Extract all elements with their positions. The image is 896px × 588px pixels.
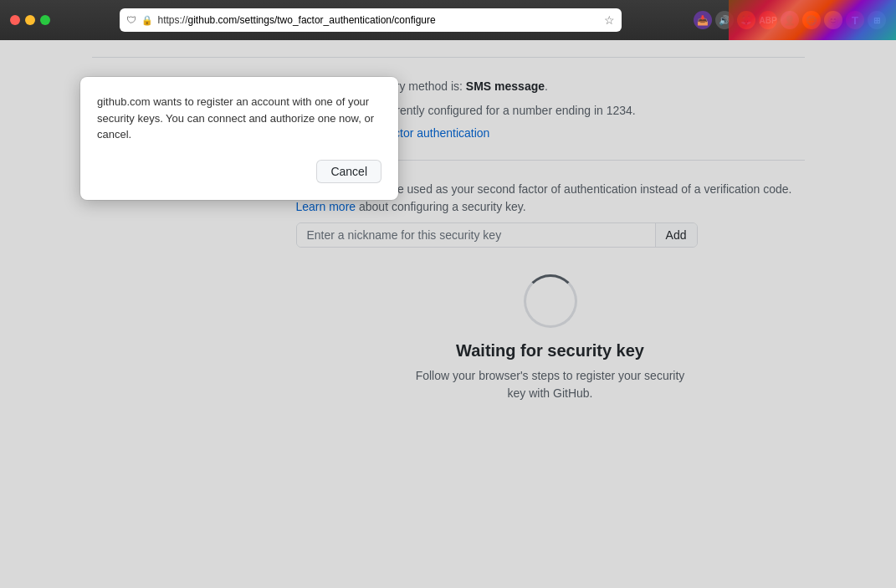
popup-actions: Cancel [97,160,381,183]
url-display: https://github.com/settings/two_factor_a… [158,14,599,26]
browser-permission-popup: github.com wants to register an account … [80,77,398,200]
url-path: /settings/two_factor_authentication/conf… [237,14,435,26]
maximize-window-button[interactable] [40,15,50,25]
browser-window-controls [10,15,50,25]
browser-chrome: 🛡 🔒 https://github.com/settings/two_fact… [0,0,896,40]
page-content: Delivery options Your primary delivery m… [0,40,896,588]
close-window-button[interactable] [10,15,20,25]
browser-bg-decoration [729,0,896,40]
address-bar[interactable]: 🛡 🔒 https://github.com/settings/two_fact… [120,8,622,32]
popup-cancel-button[interactable]: Cancel [316,160,381,183]
bookmark-icon[interactable]: ☆ [604,13,615,27]
url-domain: github.com [188,14,238,26]
popup-message: github.com wants to register an account … [97,94,381,143]
pocket-icon[interactable]: 📥 [694,11,712,29]
shield-icon: 🛡 [126,14,136,26]
popup-overlay: github.com wants to register an account … [0,40,896,588]
lock-icon: 🔒 [141,15,153,26]
minimize-window-button[interactable] [25,15,35,25]
